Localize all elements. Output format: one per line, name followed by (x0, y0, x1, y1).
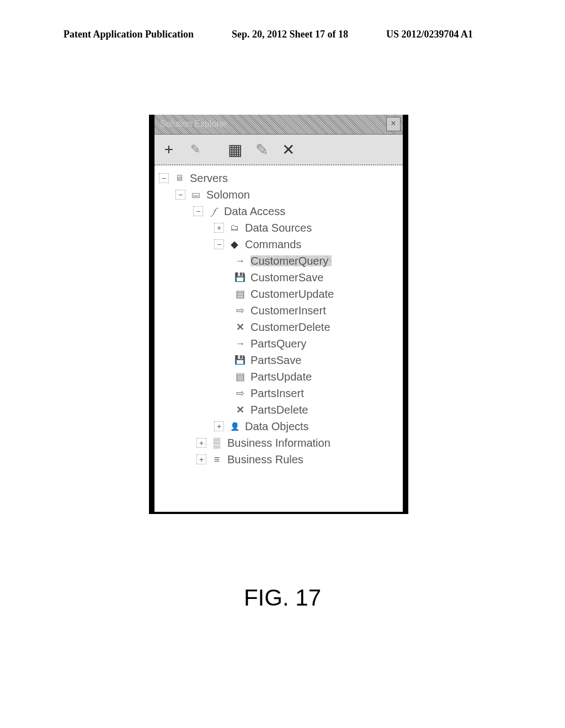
command-item[interactable]: PartsQuery (159, 335, 398, 352)
command-label: CustomerDelete (250, 322, 331, 333)
node-data-objects[interactable]: + Data Objects (159, 418, 398, 435)
grid-icon[interactable]: ▦ (226, 141, 244, 158)
header-left: Patent Application Publication (63, 29, 194, 40)
command-item[interactable]: CustomerSave (159, 269, 398, 286)
commands-icon (227, 238, 242, 250)
data-access-icon (206, 205, 221, 217)
node-label: Solomon (206, 189, 250, 200)
collapse-icon[interactable]: − (175, 190, 185, 200)
command-item[interactable]: CustomerUpdate (159, 286, 398, 302)
query-icon (233, 338, 247, 350)
node-solomon[interactable]: − Solomon (159, 186, 398, 203)
node-label: Data Objects (245, 421, 309, 432)
command-item[interactable]: CustomerDelete (159, 319, 398, 335)
update-icon (233, 288, 247, 300)
wand-icon[interactable]: ✎ (186, 141, 204, 158)
node-business-rules[interactable]: + Business Rules (159, 451, 398, 468)
node-label: Data Sources (245, 222, 312, 233)
command-item[interactable]: CustomerInsert (159, 302, 398, 319)
delete-icon[interactable]: ✕ (279, 141, 297, 158)
business-info-icon (210, 437, 224, 449)
node-label: Commands (245, 239, 301, 250)
expand-icon[interactable]: + (214, 223, 224, 233)
command-label: PartsUpdate (250, 371, 312, 382)
delete-icon (233, 321, 247, 333)
command-label: PartsQuery (250, 338, 306, 349)
collapse-icon[interactable]: − (193, 206, 203, 216)
command-item[interactable]: PartsDelete (159, 402, 398, 418)
header-right: US 2012/0239704 A1 (386, 29, 473, 40)
solution-explorer-panel: Solution Explorer × + ✎ ▦ ✎ ✕ − Servers … (149, 115, 408, 514)
save-icon (233, 354, 247, 366)
update-icon (233, 371, 247, 383)
collapse-icon[interactable]: − (214, 239, 224, 249)
node-label: Business Information (227, 437, 331, 448)
insert-icon (233, 387, 247, 399)
toolbar: + ✎ ▦ ✎ ✕ (154, 135, 403, 165)
edit-icon[interactable]: ✎ (253, 141, 270, 158)
collapse-icon[interactable]: − (159, 173, 169, 183)
node-business-information[interactable]: + Business Information (159, 435, 398, 451)
servers-icon (172, 172, 186, 184)
expand-icon[interactable]: + (196, 454, 206, 464)
delete-icon (233, 404, 247, 416)
command-label: PartsInsert (250, 388, 304, 399)
command-label: CustomerSave (250, 272, 323, 283)
expand-icon[interactable]: + (196, 438, 206, 448)
close-icon[interactable]: × (386, 117, 401, 131)
node-label: Data Access (224, 206, 285, 217)
command-label: CustomerQuery (250, 255, 332, 266)
command-label: CustomerInsert (250, 305, 326, 316)
figure-caption: FIG. 17 (0, 585, 565, 611)
data-objects-icon (227, 420, 242, 432)
node-label: Business Rules (227, 454, 303, 465)
command-item[interactable]: PartsSave (159, 352, 398, 368)
node-data-sources[interactable]: + Data Sources (159, 220, 398, 236)
command-item[interactable]: PartsUpdate (159, 368, 398, 385)
command-label: PartsSave (250, 355, 301, 366)
query-icon (233, 255, 247, 267)
header-mid: Sep. 20, 2012 Sheet 17 of 18 (232, 29, 348, 40)
command-item[interactable]: PartsInsert (159, 385, 398, 402)
expand-icon[interactable]: + (214, 421, 224, 431)
panel-title: Solution Explorer (154, 115, 403, 133)
command-item[interactable]: CustomerQuery (159, 253, 398, 269)
add-icon[interactable]: + (160, 141, 178, 158)
node-servers[interactable]: − Servers (159, 170, 398, 186)
command-label: PartsDelete (250, 404, 308, 415)
insert-icon (233, 304, 247, 317)
data-sources-icon (227, 222, 242, 234)
server-icon (189, 189, 203, 201)
node-data-access[interactable]: − Data Access (159, 203, 398, 220)
business-rules-icon (210, 453, 224, 465)
command-label: CustomerUpdate (250, 288, 334, 299)
panel-titlebar[interactable]: Solution Explorer × (154, 115, 403, 135)
node-commands[interactable]: − Commands (159, 236, 398, 253)
save-icon (233, 271, 247, 283)
tree-view: − Servers − Solomon − Data Access + Data… (154, 165, 403, 472)
node-label: Servers (190, 173, 228, 184)
